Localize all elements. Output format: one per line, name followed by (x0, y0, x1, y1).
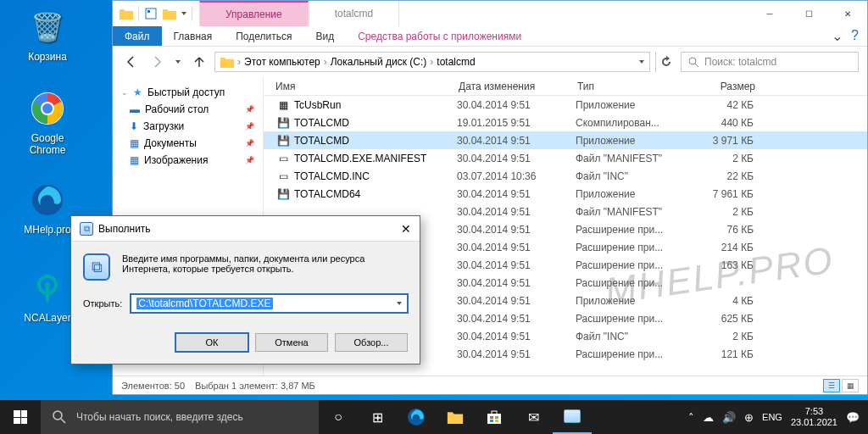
edge-icon (27, 180, 68, 220)
svg-rect-18 (495, 416, 498, 419)
context-tab[interactable]: Управление (199, 1, 309, 26)
run-value: C:\totalcmd\TOTALCMD.EXE (136, 298, 272, 309)
chevron-up-icon[interactable]: ˄ (688, 411, 694, 424)
run-title-bar[interactable]: ⧉ Выполнить ✕ (71, 216, 420, 242)
minimize-button[interactable]: ─ (750, 1, 789, 26)
nav-item-documents[interactable]: ▦Документы📌 (113, 135, 263, 152)
properties-icon[interactable] (144, 7, 158, 20)
volume-icon[interactable]: 🔊 (722, 411, 736, 424)
ribbon-file[interactable]: Файл (113, 26, 162, 46)
ribbon-tab-view[interactable]: Вид (303, 26, 346, 46)
file-size: 3 971 КБ (694, 135, 771, 147)
addr-dropdown-icon[interactable] (639, 60, 644, 64)
crumb[interactable]: totalcmd (437, 56, 475, 68)
ribbon: Файл Главная Поделиться Вид Средства раб… (113, 26, 867, 47)
file-date: 30.04.2014 9:51 (457, 224, 576, 236)
file-type: Приложение (576, 188, 694, 200)
run-prompt: Введите имя программы, папки, документа … (122, 253, 408, 281)
ribbon-tab-context[interactable]: Средства работы с приложениями (346, 26, 533, 46)
file-date: 30.04.2014 9:51 (457, 242, 576, 253)
up-button[interactable] (189, 52, 209, 72)
run-title-text: Выполнить (98, 223, 151, 235)
table-row[interactable]: 💾TOTALCMD19.01.2015 9:51Скомпилирован...… (264, 114, 867, 131)
cortana-icon[interactable]: ○ (319, 400, 358, 434)
clock[interactable]: 7:53 23.01.2021 (791, 406, 837, 428)
task-view-icon[interactable]: ⊞ (358, 400, 397, 434)
help-icon[interactable]: ? (851, 28, 859, 44)
back-button[interactable] (121, 52, 142, 72)
mail-icon[interactable]: ✉ (514, 400, 553, 434)
explorer-taskbar-icon[interactable] (436, 400, 475, 434)
crumb[interactable]: Локальный диск (C:) (331, 56, 427, 68)
svg-rect-9 (147, 10, 150, 13)
ribbon-tab-share[interactable]: Поделиться (224, 26, 303, 46)
new-folder-icon[interactable] (163, 7, 176, 20)
onedrive-icon[interactable]: ☁ (703, 411, 714, 424)
nav-item-desktop[interactable]: ▬Рабочий стол📌 (113, 101, 263, 118)
forward-button[interactable] (147, 52, 167, 72)
col-name[interactable]: Имя (264, 81, 459, 92)
file-date: 03.07.2014 10:36 (457, 170, 576, 182)
view-large-button[interactable]: ▦ (842, 379, 859, 392)
cancel-button[interactable]: Отмена (255, 333, 328, 352)
col-size[interactable]: Размер (696, 81, 772, 92)
start-button[interactable] (0, 400, 41, 434)
column-headers[interactable]: Имя Дата изменения Тип Размер (264, 77, 867, 96)
ribbon-expand-icon[interactable]: ⌄ (832, 28, 843, 44)
run-input[interactable]: C:\totalcmd\TOTALCMD.EXE (131, 294, 408, 313)
maximize-button[interactable]: ☐ (789, 1, 828, 26)
desktop-icon-recycle[interactable]: 🗑️ Корзина (15, 7, 80, 63)
table-row[interactable]: ▦TcUsbRun30.04.2014 9:51Приложение42 КБ (264, 96, 867, 114)
crumb[interactable]: Этот компьютер (244, 56, 320, 68)
title-bar[interactable]: Управление totalcmd ─ ☐ ✕ (113, 1, 867, 26)
svg-rect-19 (490, 420, 493, 422)
network-icon[interactable]: ⊕ (744, 411, 754, 424)
file-size: 440 КБ (694, 117, 771, 129)
search-box[interactable]: Поиск: totalcmd (681, 52, 859, 72)
file-date: 30.04.2014 9:51 (457, 348, 576, 360)
file-size: 2 КБ (694, 206, 771, 218)
close-button[interactable]: ✕ (828, 1, 867, 26)
file-date: 30.04.2014 9:51 (457, 331, 576, 342)
file-size: 2 КБ (694, 331, 771, 342)
history-dropdown[interactable] (172, 52, 184, 72)
file-size: 76 КБ (694, 224, 771, 236)
store-icon[interactable] (475, 400, 514, 434)
edge-taskbar-icon[interactable] (397, 400, 436, 434)
col-type[interactable]: Тип (577, 81, 696, 92)
ribbon-tab-home[interactable]: Главная (162, 26, 225, 46)
chrome-icon (27, 88, 68, 129)
file-icon: ▦ (275, 99, 291, 111)
file-type: Приложение (576, 99, 694, 111)
language-indicator[interactable]: ENG (762, 412, 782, 422)
desktop-icon-chrome[interactable]: Google Chrome (15, 88, 80, 156)
nav-item-downloads[interactable]: ⬇Загрузки📌 (113, 118, 263, 135)
quick-access[interactable]: ⌄ ★ Быстрый доступ (113, 84, 263, 101)
run-taskbar-icon[interactable] (553, 400, 592, 434)
close-button[interactable]: ✕ (401, 222, 411, 236)
table-row[interactable]: ▭TOTALCMD.INC03.07.2014 10:36Файл "INC"2… (264, 167, 867, 185)
nav-item-pictures[interactable]: ▦Изображения📌 (113, 152, 263, 169)
dropdown-icon[interactable] (397, 302, 402, 305)
table-row[interactable]: 💾TOTALCMD6430.04.2014 9:51Приложение7 96… (264, 185, 867, 203)
file-size: 7 961 КБ (694, 188, 771, 200)
table-row[interactable]: ▭TOTALCMD.EXE.MANIFEST30.04.2014 9:51Фай… (264, 149, 867, 167)
refresh-button[interactable] (655, 52, 676, 72)
file-type: Файл "MANIFEST" (576, 153, 694, 164)
svg-rect-8 (146, 8, 156, 19)
table-row[interactable]: 💾TOTALCMD30.04.2014 9:51Приложение3 971 … (264, 131, 867, 149)
svg-line-13 (61, 419, 65, 423)
folder-icon[interactable] (120, 7, 133, 20)
notifications-icon[interactable]: 💬 (846, 411, 860, 424)
breadcrumb-box[interactable]: › Этот компьютер › Локальный диск (C:) ›… (214, 52, 650, 72)
qat-dropdown-icon[interactable] (181, 12, 186, 15)
window-title: totalcmd (309, 1, 399, 26)
taskbar-search[interactable]: Чтобы начать поиск, введите здесь (41, 400, 319, 434)
view-details-button[interactable]: ☰ (823, 379, 840, 392)
status-bar: Элементов: 50 Выбран 1 элемент: 3,87 МБ … (113, 376, 867, 394)
ok-button[interactable]: ОК (175, 333, 248, 352)
file-name: TOTALCMD (294, 117, 349, 129)
file-date: 30.04.2014 9:51 (457, 188, 576, 200)
col-date[interactable]: Дата изменения (459, 81, 577, 92)
browse-button[interactable]: Обзор... (335, 333, 408, 352)
